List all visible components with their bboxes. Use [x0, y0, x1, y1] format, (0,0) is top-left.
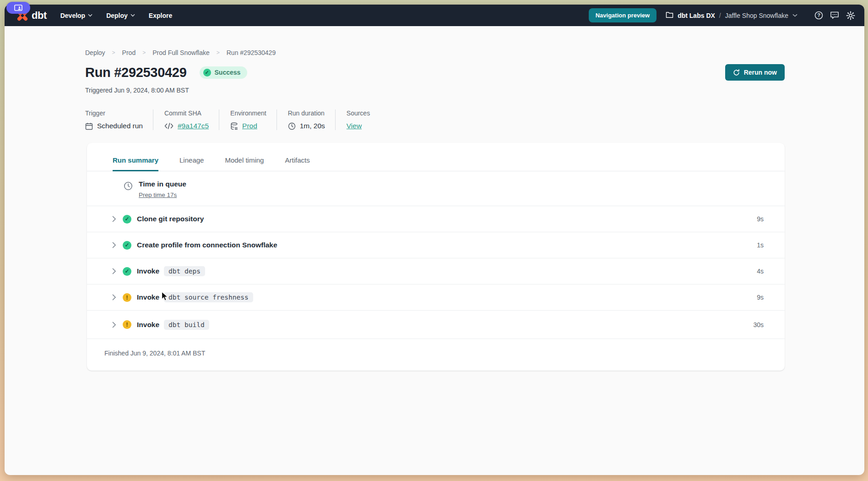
finished-timestamp: Finished Jun 9, 2024, 8:01 AM BST — [87, 339, 785, 369]
breadcrumb-separator: > — [217, 49, 220, 56]
step-duration: 30s — [753, 321, 764, 328]
step-label: Create profile from connection Snowflake — [137, 241, 277, 249]
step-duration: 9s — [757, 294, 764, 301]
step-row-clone-git-repository[interactable]: ✓Clone git repository9s — [87, 206, 785, 232]
code-icon — [164, 123, 174, 129]
step-list: ✓Clone git repository9s✓Create profile f… — [87, 206, 785, 339]
breadcrumb-item-prod[interactable]: Prod — [122, 49, 136, 56]
triggered-timestamp: Triggered Jun 9, 2024, 8:00 AM BST — [85, 87, 785, 94]
meta-sources: SourcesView — [347, 109, 380, 130]
queue-title: Time in queue — [139, 180, 186, 188]
chevron-right-icon[interactable] — [112, 216, 116, 222]
status-badge: ✓ Success — [200, 66, 248, 79]
meta-trigger: TriggerScheduled run — [85, 109, 153, 130]
breadcrumb-item-run-292530429: Run #292530429 — [227, 49, 276, 56]
step-label: Clone git repository — [137, 215, 204, 223]
breadcrumb-item-prod-full-snowflake[interactable]: Prod Full Snowflake — [152, 49, 210, 56]
meta-link-9a147c5[interactable]: #9a147c5 — [178, 122, 209, 130]
gear-icon[interactable] — [846, 11, 855, 20]
dbt-logo-text: dbt — [32, 10, 47, 22]
account-project-separator: / — [719, 12, 721, 19]
calendar-icon — [85, 122, 93, 130]
project-switcher[interactable]: dbt Labs DX / Jaffle Shop Snowflake — [666, 11, 797, 20]
page-body: Deploy>Prod>Prod Full Snowflake>Run #292… — [5, 26, 864, 371]
breadcrumb-separator: > — [112, 49, 115, 56]
chevron-right-icon[interactable] — [112, 322, 116, 328]
top-navbar: dbt DevelopDeployExplore Navigation prev… — [5, 5, 864, 26]
nav-item-develop[interactable]: Develop — [60, 12, 92, 19]
meta-label: Run duration — [288, 109, 325, 117]
chevron-down-icon — [130, 14, 135, 17]
status-warning-icon: ! — [123, 320, 131, 329]
step-command: dbt build — [164, 320, 209, 330]
tab-run-summary[interactable]: Run summary — [113, 156, 158, 171]
meta-label: Commit SHA — [164, 109, 209, 117]
meta-value: Scheduled run — [97, 122, 143, 130]
clock-icon — [124, 181, 133, 191]
tab-artifacts[interactable]: Artifacts — [285, 156, 309, 171]
meta-run-duration: Run duration1m, 20s — [288, 109, 336, 130]
chevron-down-icon — [792, 14, 797, 17]
meta-environment: EnvironmentProd — [230, 109, 277, 130]
run-metadata: TriggerScheduled runCommit SHA#9a147c5En… — [85, 109, 785, 130]
meta-label: Sources — [347, 109, 370, 117]
step-command: dbt deps — [164, 266, 205, 276]
help-icon[interactable]: ? — [814, 11, 823, 20]
folder-icon — [666, 11, 673, 20]
step-duration: 1s — [757, 241, 764, 249]
status-success-icon: ✓ — [123, 241, 131, 250]
breadcrumb: Deploy>Prod>Prod Full Snowflake>Run #292… — [85, 49, 785, 56]
breadcrumb-item-deploy[interactable]: Deploy — [85, 49, 105, 56]
status-warning-icon: ! — [123, 293, 131, 302]
step-duration: 9s — [757, 215, 764, 223]
step-row-invoke-dbt-build[interactable]: !Invokedbt build30s — [87, 311, 785, 339]
time-in-queue-row: Time in queue Prep time 17s — [87, 171, 785, 206]
screen-share-icon — [14, 5, 22, 11]
rerun-now-button[interactable]: Rerun now — [725, 64, 785, 81]
app-window: dbt DevelopDeployExplore Navigation prev… — [5, 5, 864, 475]
meta-value: 1m, 20s — [300, 122, 325, 130]
chevron-down-icon — [88, 14, 92, 17]
screen-share-badge[interactable] — [6, 2, 30, 14]
status-badge-label: Success — [215, 69, 241, 76]
page-title: Run #292530429 — [85, 65, 187, 80]
step-duration: 4s — [757, 268, 764, 275]
step-command: dbt source freshness — [164, 292, 253, 302]
nav-menu: DevelopDeployExplore — [60, 12, 173, 19]
chevron-right-icon[interactable] — [112, 268, 116, 274]
step-label: Invoke — [137, 321, 159, 329]
success-check-icon: ✓ — [203, 69, 211, 77]
run-summary-card: Run summaryLineageModel timingArtifacts … — [87, 143, 785, 371]
status-success-icon: ✓ — [123, 267, 131, 276]
svg-text:?: ? — [817, 12, 820, 18]
step-row-create-profile-from-connection-snowflake[interactable]: ✓Create profile from connection Snowflak… — [87, 232, 785, 258]
meta-link-view[interactable]: View — [347, 122, 362, 130]
step-row-invoke-dbt-deps[interactable]: ✓Invokedbt deps4s — [87, 258, 785, 284]
navigation-preview-button[interactable]: Navigation preview — [589, 8, 656, 22]
prep-time-link[interactable]: Prep time 17s — [139, 191, 177, 198]
refresh-icon — [733, 69, 740, 76]
title-row: Run #292530429 ✓ Success Rerun now — [85, 64, 785, 81]
chevron-right-icon[interactable] — [112, 294, 116, 301]
nav-item-deploy[interactable]: Deploy — [106, 12, 135, 19]
nav-item-explore[interactable]: Explore — [149, 12, 172, 19]
meta-link-prod[interactable]: Prod — [242, 122, 257, 130]
step-row-invoke-dbt-source-freshness[interactable]: !Invokedbt source freshness9s — [87, 284, 785, 311]
breadcrumb-separator: > — [142, 49, 146, 56]
tab-bar: Run summaryLineageModel timingArtifacts — [87, 143, 785, 171]
step-label: Invoke — [137, 267, 159, 275]
project-name: Jaffle Shop Snowflake — [725, 12, 788, 19]
chevron-right-icon[interactable] — [112, 242, 116, 248]
tab-lineage[interactable]: Lineage — [179, 156, 204, 171]
meta-commit-sha: Commit SHA#9a147c5 — [164, 109, 219, 130]
status-success-icon: ✓ — [123, 215, 131, 224]
feedback-chat-icon[interactable] — [830, 11, 839, 20]
meta-label: Trigger — [85, 109, 143, 117]
clock-icon — [288, 122, 296, 130]
step-label: Invoke — [137, 293, 159, 301]
account-name: dbt Labs DX — [678, 12, 715, 19]
tab-model-timing[interactable]: Model timing — [225, 156, 264, 171]
meta-label: Environment — [230, 109, 266, 117]
database-icon — [230, 122, 238, 130]
